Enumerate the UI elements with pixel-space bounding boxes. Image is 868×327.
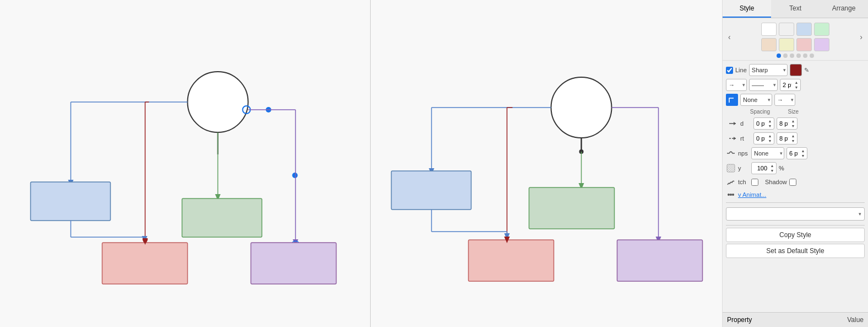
shadow-checkbox[interactable] xyxy=(789,179,796,186)
size-col-label: Size xyxy=(774,109,799,115)
line-row: Line Sharp Curved Straight ✎ xyxy=(726,64,865,76)
svg-rect-20 xyxy=(251,243,337,284)
svg-rect-44 xyxy=(617,240,703,281)
color-swatches xyxy=(733,23,858,51)
right-panel: Style Text Arrange ‹ › xyxy=(722,0,868,327)
spacing2-up[interactable]: ▲ xyxy=(767,133,773,138)
swatch-lightpurple[interactable] xyxy=(814,38,829,51)
label-rt: rt xyxy=(740,135,751,142)
waypoint-icon xyxy=(726,190,736,200)
swatch-lightyellow[interactable] xyxy=(779,38,794,51)
value-label: Value xyxy=(847,316,864,324)
spacing-col-label: Spacing xyxy=(746,109,770,115)
spacing-size-header: Spacing Size xyxy=(728,109,865,115)
sketch-icon xyxy=(726,177,736,187)
svg-point-59 xyxy=(728,194,730,196)
svg-rect-43 xyxy=(469,240,554,281)
none-dropdown-wrapper: None Arrow Circle xyxy=(740,94,772,106)
swatch-lightred[interactable] xyxy=(796,38,812,51)
opacity-label: y xyxy=(738,165,749,171)
jumps-size-up[interactable]: ▲ xyxy=(800,148,806,153)
tab-text[interactable]: Text xyxy=(771,0,820,18)
spacing1-wrapper: ▲ ▼ xyxy=(753,117,774,130)
svg-rect-54 xyxy=(727,164,735,172)
end-arrow-wrapper2: → ← — xyxy=(774,94,795,106)
waypoint-row: v Animat... xyxy=(726,190,865,200)
start-arrow-select[interactable]: → ← ↔ — xyxy=(726,79,747,91)
panel-tabs: Style Text Arrange xyxy=(723,0,868,18)
size1-down[interactable]: ▼ xyxy=(790,124,796,128)
shadow-label: Shadow xyxy=(765,179,787,185)
svg-point-0 xyxy=(188,72,248,132)
size1-up[interactable]: ▲ xyxy=(790,119,796,124)
opacity-row: y ▲ ▼ % xyxy=(726,162,865,174)
dot-5 xyxy=(810,53,814,58)
panel-content: Line Sharp Curved Straight ✎ → ← ↔ — xyxy=(723,61,868,312)
swatch-lightblue[interactable] xyxy=(796,23,812,36)
section-divider-2 xyxy=(726,225,865,226)
line-color-box[interactable] xyxy=(790,64,802,76)
palette-prev-arrow[interactable]: ‹ xyxy=(726,33,733,41)
jumps-label: nps xyxy=(738,150,749,157)
copy-style-button[interactable]: Copy Style xyxy=(726,228,865,242)
swatch-row-2 xyxy=(733,38,858,51)
connection-dropdown[interactable]: Connection Global Local xyxy=(726,207,865,221)
set-default-button[interactable]: Set as Default Style xyxy=(726,244,865,258)
line-width-up[interactable]: ▲ xyxy=(793,80,800,85)
svg-rect-18 xyxy=(182,199,262,237)
canvas-svg xyxy=(0,0,722,327)
svg-rect-17 xyxy=(31,182,111,221)
canvas-area[interactable] xyxy=(0,0,722,327)
opacity-up[interactable]: ▲ xyxy=(769,163,775,168)
size1-wrapper: ▲ ▼ xyxy=(777,117,798,130)
tab-arrange[interactable]: Arrange xyxy=(820,0,868,18)
palette-next-arrow[interactable]: › xyxy=(858,33,865,41)
end-arrow-select2[interactable]: → ← — xyxy=(774,94,795,106)
swatch-white[interactable] xyxy=(761,23,777,36)
none-dropdown[interactable]: None Arrow Circle xyxy=(740,94,772,106)
line-style-select[interactable]: —— - - - ··· xyxy=(749,79,778,91)
swatch-lightgreen[interactable] xyxy=(814,23,829,36)
svg-marker-51 xyxy=(734,122,736,125)
line-width-down[interactable]: ▼ xyxy=(793,85,800,90)
jumps-dropdown-wrapper: None Arc Gap xyxy=(751,147,784,159)
color-edit-icon[interactable]: ✎ xyxy=(804,67,809,74)
connector-bend-icon[interactable] xyxy=(726,94,738,106)
svg-point-3 xyxy=(292,173,298,178)
svg-rect-19 xyxy=(102,243,188,284)
arrow-row-2: None Arrow Circle → ← — xyxy=(726,94,865,106)
dot-4 xyxy=(803,53,807,58)
jumps-dropdown[interactable]: None Arc Gap xyxy=(751,147,784,159)
waypoint-animate-label[interactable]: v Animat... xyxy=(738,191,766,198)
svg-rect-42 xyxy=(529,187,615,229)
line-width-wrapper: ▲ ▼ xyxy=(780,79,801,91)
start-arrow-wrapper: → ← ↔ — xyxy=(726,79,747,91)
sketch-checkbox[interactable] xyxy=(751,179,758,186)
size2-up[interactable]: ▲ xyxy=(790,133,796,138)
line-style-dropdown-wrapper: Sharp Curved Straight xyxy=(749,64,788,76)
opacity-down[interactable]: ▼ xyxy=(769,168,775,173)
svg-point-61 xyxy=(732,194,734,196)
spacing2-down[interactable]: ▼ xyxy=(767,138,773,143)
line-checkbox[interactable] xyxy=(726,67,733,74)
opacity-wrapper: ▲ ▼ xyxy=(751,162,777,174)
jumps-row: nps None Arc Gap ▲ ▼ xyxy=(726,147,865,159)
svg-rect-41 xyxy=(392,171,471,210)
jumps-icon xyxy=(726,148,736,158)
jumps-size-down[interactable]: ▼ xyxy=(800,153,806,158)
swatch-lightgray[interactable] xyxy=(779,23,794,36)
size2-down[interactable]: ▼ xyxy=(790,138,796,143)
line-style-dropdown[interactable]: Sharp Curved Straight xyxy=(749,64,788,76)
property-footer: Property Value xyxy=(723,312,868,327)
spacing1-up[interactable]: ▲ xyxy=(767,119,773,124)
opacity-unit: % xyxy=(779,165,784,171)
svg-marker-53 xyxy=(734,137,736,140)
connector-icon-col xyxy=(726,94,738,106)
spacing2-wrapper: ▲ ▼ xyxy=(753,132,774,144)
tab-style[interactable]: Style xyxy=(723,0,771,18)
size2-wrapper: ▲ ▼ xyxy=(777,132,798,144)
swatch-peach[interactable] xyxy=(761,38,777,51)
sketch-shadow-row: tch Shadow xyxy=(726,177,865,187)
spacing1-down[interactable]: ▼ xyxy=(767,124,773,128)
dot-3 xyxy=(796,53,801,58)
